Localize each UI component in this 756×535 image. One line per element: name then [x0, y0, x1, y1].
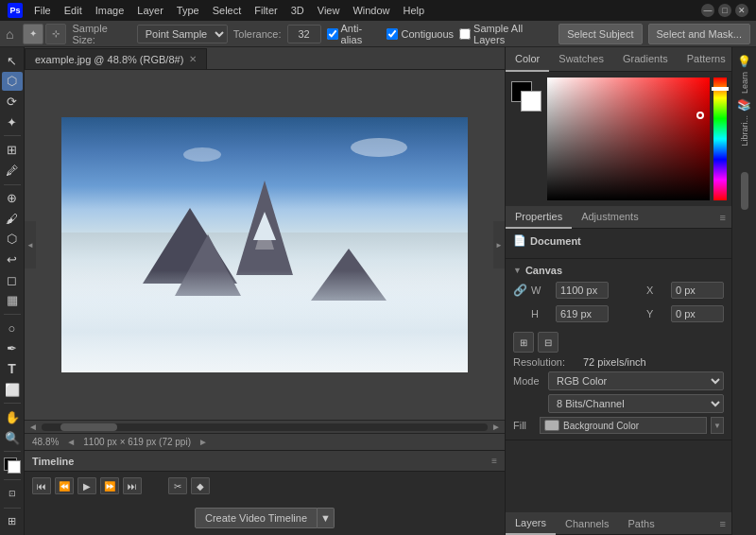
pen-tool[interactable]: ✒ [2, 339, 23, 359]
color-picker[interactable] [547, 78, 710, 200]
tab-color[interactable]: Color [506, 47, 549, 72]
y-input[interactable] [671, 305, 724, 322]
gradient-tool[interactable]: ▦ [2, 290, 23, 310]
status-arrow-right[interactable]: ► [198, 437, 208, 447]
magic-wand-tool[interactable]: ✦ [23, 24, 43, 44]
height-input[interactable] [556, 305, 609, 322]
canvas-tab-example[interactable]: example.jpg @ 48.8% (RGB/8#) ✕ [25, 48, 207, 69]
selection-tool[interactable]: ⬡ [2, 72, 23, 92]
menu-filter[interactable]: Filter [249, 3, 283, 18]
menu-file[interactable]: File [28, 3, 57, 18]
menu-help[interactable]: Help [398, 3, 431, 18]
move-tool[interactable]: ↖ [2, 51, 23, 71]
timeline-split[interactable]: ✂ [168, 477, 187, 494]
tab-gradients[interactable]: Gradients [613, 47, 678, 72]
background-color[interactable] [521, 91, 541, 112]
timeline-play[interactable]: ▶ [77, 477, 96, 494]
tolerance-input[interactable] [287, 25, 321, 43]
mode-dropdown[interactable]: RGB Color [548, 371, 724, 390]
sample-size-dropdown[interactable]: Point Sample [137, 25, 228, 43]
tab-channels[interactable]: Channels [556, 512, 618, 535]
hand-tool[interactable]: ✋ [2, 407, 23, 427]
sample-all-layers-checkbox-label[interactable]: Sample All Layers [459, 23, 553, 45]
timeline-prev-frame[interactable]: ⏪ [55, 477, 74, 494]
properties-menu[interactable]: ≡ [714, 212, 731, 223]
menu-bar[interactable]: File Edit Image Layer Type Select Filter… [28, 3, 430, 18]
minimize-button[interactable]: — [701, 4, 714, 17]
type-tool[interactable]: T [2, 359, 23, 379]
select-and-mask-button[interactable]: Select and Mask... [648, 24, 751, 44]
scroll-right-arrow[interactable]: ► [491, 422, 501, 432]
sample-all-layers-checkbox[interactable] [459, 28, 471, 40]
tab-patterns[interactable]: Patterns [678, 47, 735, 72]
fill-value-display[interactable]: Background Color [540, 417, 707, 434]
timeline-keyframe[interactable]: ◆ [191, 477, 210, 494]
menu-edit[interactable]: Edit [59, 3, 88, 18]
anti-alias-checkbox-label[interactable]: Anti-alias [327, 23, 382, 45]
contiguous-checkbox-label[interactable]: Contiguous [387, 28, 454, 40]
healing-tool[interactable]: ⊕ [2, 188, 23, 208]
create-video-timeline-button[interactable]: Create Video Timeline [195, 508, 318, 528]
timeline-next-frame[interactable]: ⏩ [100, 477, 119, 494]
scroll-left-arrow[interactable]: ◄ [28, 422, 38, 432]
contiguous-checkbox[interactable] [387, 28, 398, 40]
stamp-tool[interactable]: ⬡ [2, 230, 23, 250]
scroll-thumb[interactable] [60, 423, 117, 431]
canvas-tab-close[interactable]: ✕ [189, 54, 197, 64]
color-swatch[interactable] [2, 456, 23, 475]
zoom-tool[interactable]: 🔍 [2, 428, 23, 448]
fill-dropdown-arrow[interactable]: ▼ [711, 417, 724, 434]
maximize-button[interactable]: □ [718, 4, 731, 17]
window-controls[interactable]: — □ ✕ [701, 4, 748, 17]
horizontal-scrollbar[interactable]: ◄ ► [25, 420, 505, 433]
tab-paths[interactable]: Paths [619, 512, 664, 535]
timeline-first-frame[interactable]: ⏮ [32, 477, 51, 494]
timeline-last-frame[interactable]: ⏭ [123, 477, 142, 494]
create-timeline-dropdown[interactable]: ▼ [318, 508, 335, 528]
screen-mode[interactable]: ⊞ [2, 511, 23, 531]
hue-slider[interactable] [713, 78, 727, 200]
shape-tool[interactable]: ⬜ [2, 380, 23, 400]
canvas-size-icon-1[interactable]: ⊞ [513, 332, 534, 353]
menu-type[interactable]: Type [171, 3, 205, 18]
quick-mask[interactable]: ⊡ [2, 484, 23, 504]
tab-properties[interactable]: Properties [506, 206, 572, 229]
width-input[interactable] [556, 282, 609, 299]
history-brush[interactable]: ↩ [2, 250, 23, 269]
eyedropper-tool[interactable]: 🖉 [2, 161, 23, 181]
learn-panel-button[interactable]: 💡 Learn [732, 51, 756, 98]
home-icon[interactable]: ⌂ [6, 26, 13, 42]
select-subject-button[interactable]: Select Subject [558, 24, 642, 44]
anti-alias-checkbox[interactable] [327, 28, 338, 40]
dodge-tool[interactable]: ○ [2, 319, 23, 338]
tab-adjustments[interactable]: Adjustments [572, 206, 648, 229]
quick-select-tool[interactable]: ⊹ [45, 24, 66, 44]
scroll-track[interactable] [42, 423, 488, 431]
panel-collapse-left[interactable]: ◄ [25, 221, 36, 268]
menu-3d[interactable]: 3D [285, 3, 310, 18]
canvas-size-icon-2[interactable]: ⊟ [538, 332, 558, 353]
lasso-tool[interactable]: ⟳ [2, 92, 23, 112]
fill-color-swatch[interactable] [544, 420, 559, 431]
tab-layers[interactable]: Layers [506, 512, 556, 535]
libraries-panel-button[interactable]: 📚 Librari... [732, 98, 756, 146]
eraser-tool[interactable]: ◻ [2, 270, 23, 290]
brush-tool[interactable]: 🖌 [2, 209, 23, 229]
right-scrollbar[interactable] [732, 153, 756, 531]
menu-image[interactable]: Image [90, 3, 130, 18]
status-arrow-left[interactable]: ◄ [66, 437, 76, 447]
menu-view[interactable]: View [312, 3, 346, 18]
canvas-viewport[interactable]: ◄ ► [25, 70, 505, 420]
close-button[interactable]: ✕ [735, 4, 748, 17]
timeline-menu-icon[interactable]: ≡ [491, 456, 497, 466]
menu-layer[interactable]: Layer [131, 3, 169, 18]
panel-collapse-right[interactable]: ► [493, 221, 505, 268]
depth-dropdown[interactable]: 8 Bits/Channel [548, 394, 724, 413]
menu-window[interactable]: Window [347, 3, 395, 18]
x-input[interactable] [671, 282, 724, 299]
magic-wand-tool-left[interactable]: ✦ [2, 112, 23, 132]
canvas-collapse-icon[interactable]: ▼ [513, 266, 522, 275]
layers-menu[interactable]: ≡ [714, 518, 731, 529]
crop-tool[interactable]: ⊞ [2, 140, 23, 160]
right-scroll-thumb[interactable] [741, 172, 748, 210]
